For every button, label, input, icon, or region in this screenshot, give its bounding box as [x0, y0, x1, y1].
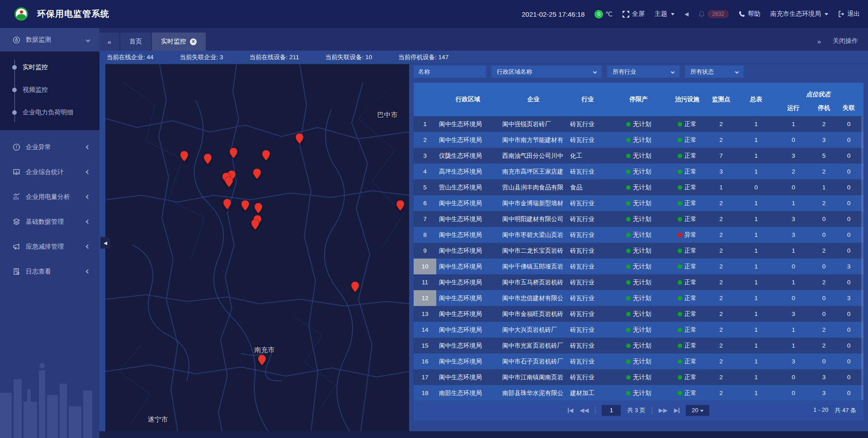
green-dot-icon — [678, 280, 682, 285]
fullscreen-button[interactable]: 全屏 — [623, 10, 645, 18]
sidebar-subitem[interactable]: 企业电力负荷明细 — [0, 101, 99, 124]
help-button[interactable]: 帮助 — [739, 10, 760, 18]
table-row[interactable]: 18南部生态环境局南部县珠华水泥有限公建材加工无计划正常21030 — [414, 385, 863, 400]
meters-cell: 1 — [737, 164, 775, 179]
theme-dropdown[interactable]: 主题 — [655, 10, 675, 18]
table-row[interactable]: 16阆中生态环境局阆中市石子页岩机砖厂砖瓦行业无计划正常21300 — [414, 353, 863, 369]
map-pin-icon[interactable] — [258, 355, 266, 365]
sound-toggle[interactable]: ◀ — [684, 11, 689, 17]
table-row[interactable]: 2阆中生态环境局阆中市南方节能建材有砖瓦行业无计划正常21030 — [414, 132, 863, 148]
facility-status-cell: 异常 — [669, 227, 705, 243]
facility-status-cell: 正常 — [669, 369, 705, 385]
table-row[interactable]: 17阆中生态环境局阆中市江南镇阆南页岩砖瓦行业无计划正常21030 — [414, 369, 863, 385]
region-cell: 阆中生态环境局 — [436, 195, 500, 211]
table-row[interactable]: 12阆中生态环境局阆中市忠信建材有限公砖瓦行业无计划正常21003 — [414, 290, 863, 306]
green-dot-icon — [626, 359, 631, 364]
row-index-cell: 7 — [414, 211, 436, 227]
next-page-button[interactable]: ▶▶ — [659, 407, 668, 414]
map-pin-icon[interactable] — [204, 154, 212, 164]
table-row[interactable]: 4高坪生态环境局南充市高坪区王家店建砖瓦行业无计划正常31220 — [414, 164, 863, 179]
table-row[interactable]: 14阆中生态环境局阆中大兴页岩机砖厂砖瓦行业无计划正常21120 — [414, 322, 863, 338]
sidebar-item-4[interactable]: 企业用电量分析 — [0, 184, 99, 209]
notification-bell[interactable]: 2632 — [698, 10, 729, 18]
page-size-select[interactable]: 20 — [686, 405, 709, 416]
points-cell: 2 — [705, 385, 737, 400]
company-cell: 阆中市枣碧大梁山页岩 — [500, 227, 567, 243]
city-label: 巴中市 — [377, 111, 398, 119]
last-page-button[interactable]: ▶ — [674, 407, 679, 414]
region-select[interactable]: 行政区域名称 — [491, 66, 602, 78]
logout-button[interactable]: 退出 — [838, 10, 860, 18]
sidebar-item-3[interactable]: 企业综合统计 — [0, 160, 99, 184]
limit-status-cell: 无计划 — [608, 274, 669, 290]
map-pin-icon[interactable] — [223, 199, 231, 209]
tabs-scroll-right-button[interactable]: » — [817, 38, 821, 45]
table-row[interactable]: 11阆中生态环境局阆中市五马桥页岩机砖砖瓦行业无计划正常21120 — [414, 274, 863, 290]
points-cell: 2 — [705, 306, 737, 322]
run-cell: 0 — [775, 259, 811, 274]
close-operations-button[interactable]: 关闭操作 — [833, 37, 858, 45]
map-pin-icon[interactable] — [255, 203, 262, 213]
map-pin-icon[interactable] — [241, 200, 249, 211]
table-row[interactable]: 5营山生态环境局营山县润丰肉食品有限食品无计划正常10010 — [414, 179, 863, 195]
sidebar-subitem[interactable]: 实时监控 — [0, 56, 99, 79]
green-dot-icon — [678, 312, 682, 316]
stop-cell: 3 — [811, 132, 836, 148]
map-pin-icon[interactable] — [262, 150, 270, 160]
first-page-button[interactable]: ◀ — [568, 407, 573, 414]
map-pin-icon[interactable] — [396, 200, 404, 211]
table-row[interactable]: 10阆中生态环境局阆中千佛镇五郎垭页岩砖瓦行业无计划正常21003 — [414, 259, 863, 274]
table-row[interactable]: 3仪陇生态环境局西南油气田分公司川中化工无计划正常71350 — [414, 148, 863, 164]
name-search-input[interactable] — [414, 66, 486, 78]
row-index-cell: 6 — [414, 195, 436, 211]
map-pin-icon[interactable] — [251, 219, 259, 230]
map-pin-icon[interactable] — [225, 177, 233, 187]
table-row[interactable]: 1阆中生态环境局阆中强锐页岩砖厂砖瓦行业无计划正常21120 — [414, 116, 863, 132]
table-row[interactable]: 15阆中生态环境局阆中市光富页岩机砖厂砖瓦行业无计划正常21120 — [414, 338, 863, 353]
limit-status-cell: 无计划 — [608, 164, 669, 179]
map-pin-icon[interactable] — [351, 282, 359, 292]
sidebar-subitem-label: 视频监控 — [23, 86, 48, 94]
close-icon[interactable]: × — [190, 38, 197, 45]
sidebar-collapse-handle[interactable]: ◀ — [100, 237, 110, 249]
org-dropdown[interactable]: 南充市生态环境局 — [770, 10, 828, 18]
table-row[interactable]: 8阆中生态环境局阆中市枣碧大梁山页岩砖瓦行业无计划异常21300 — [414, 227, 863, 243]
tab-1[interactable]: 首页 — [120, 33, 151, 51]
table-row[interactable]: 13阆中生态环境局阆中市金福旺页岩机砖砖瓦行业无计划正常21300 — [414, 306, 863, 322]
table-row[interactable]: 6阆中生态环境局阆中市金博瑞新型墙材砖瓦行业无计划正常21120 — [414, 195, 863, 211]
map-pin-icon[interactable] — [296, 133, 303, 144]
sidebar-item-6[interactable]: 应急减排管理 — [0, 234, 99, 259]
table-scrollbar[interactable] — [861, 116, 863, 400]
facility-status-cell: 正常 — [669, 338, 705, 353]
sidebar-item-1[interactable]: 数据监测 — [0, 28, 99, 52]
page-number-input[interactable] — [602, 405, 621, 416]
industry-select[interactable]: 所有行业 — [607, 66, 679, 78]
facility-status-cell-label: 正常 — [684, 168, 697, 176]
map-pin-icon[interactable] — [230, 148, 237, 158]
tab-label: 首页 — [129, 38, 142, 46]
prev-page-button[interactable]: ◀◀ — [580, 407, 589, 414]
company-cell: 阆中大兴页岩机砖厂 — [500, 322, 567, 338]
tab-2[interactable]: 实时监控× — [152, 33, 206, 51]
chevron-down-icon — [593, 70, 597, 73]
meters-cell: 1 — [737, 211, 775, 227]
meters-cell: 1 — [737, 306, 775, 322]
sidebar-item-2[interactable]: 企业异常 — [0, 135, 99, 160]
row-index-cell: 8 — [414, 227, 436, 243]
limit-status-cell-label: 无计划 — [633, 168, 651, 176]
status-select[interactable]: 所有状态 — [685, 66, 744, 78]
sidebar-subitem[interactable]: 视频监控 — [0, 79, 99, 101]
map-panel[interactable]: 巴中市南充市遂宁市 — [105, 64, 409, 431]
table-row[interactable]: 9阆中生态环境局阆中市二龙长宝页岩砖砖瓦行业无计划正常21120 — [414, 243, 863, 259]
map-pin-icon[interactable] — [253, 169, 261, 179]
map-pin-icon[interactable] — [180, 151, 188, 161]
sidebar-item-5[interactable]: 基础数据管理 — [0, 209, 99, 234]
meters-cell: 1 — [737, 338, 775, 353]
tabs-scroll-left-button[interactable]: « — [99, 33, 119, 51]
stat-item: 当前停机设备: 147 — [398, 53, 448, 61]
points-cell: 2 — [705, 290, 737, 306]
sidebar-item-7[interactable]: 日志查看 — [0, 259, 99, 284]
lost-cell: 0 — [836, 195, 861, 211]
datetime-text: 2021-02-25 17:46:18 — [522, 10, 585, 18]
table-row[interactable]: 7阆中生态环境局阆中明阳建材有限公司砖瓦行业无计划正常21300 — [414, 211, 863, 227]
